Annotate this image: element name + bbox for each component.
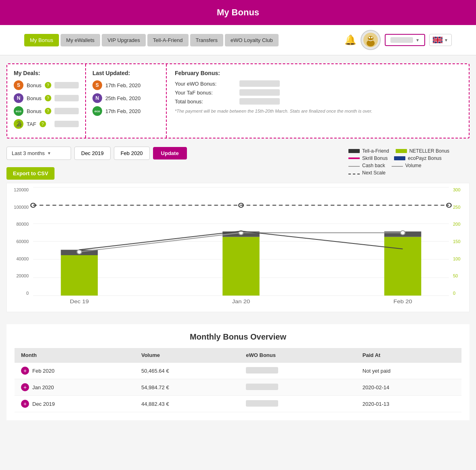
legend-label-ecopayz: ecoPayz Bonus bbox=[408, 155, 441, 161]
tab-vip-upgrades[interactable]: VIP Upgrades bbox=[102, 34, 146, 46]
tab-my-ewallets[interactable]: My eWallets bbox=[61, 34, 100, 46]
chart-container: 120000 100000 80000 60000 40000 20000 0 … bbox=[6, 183, 470, 312]
chart-legend: Tell-a-Friend NETELLER Bonus Skrill Bonu… bbox=[348, 147, 470, 176]
legend-label-nextscale: Next Scale bbox=[362, 170, 386, 176]
table-row: +Dec 201944,882.43 €2020-01-13 bbox=[15, 396, 461, 412]
chart-svg: Dec 19 Jan 20 Feb 20 bbox=[33, 187, 449, 296]
y-right-300: 300 bbox=[453, 187, 460, 192]
cell-ewo-bonus bbox=[239, 363, 356, 379]
deal-label-neteller: Bonus bbox=[27, 95, 42, 101]
deal-label-skrill: Bonus bbox=[27, 82, 42, 88]
updated-neteller-date: 25th Feb, 2020 bbox=[105, 95, 140, 101]
legend-swatch-neteller bbox=[396, 149, 407, 153]
my-deals-panel: My Deals: S Bonus ? N Bonus ? eco Bonus … bbox=[7, 64, 86, 138]
bell-icon[interactable]: 🔔 bbox=[344, 34, 356, 46]
feb-total-value bbox=[239, 98, 280, 105]
legend-swatch-nextscale bbox=[348, 174, 360, 174]
legend-label-cashback: Cash back bbox=[362, 163, 385, 168]
language-selector[interactable]: ▼ bbox=[429, 34, 452, 46]
period-select[interactable]: Last 3 months ▼ bbox=[6, 147, 71, 160]
svg-point-3 bbox=[369, 37, 370, 38]
y-right-0: 0 bbox=[453, 291, 455, 296]
legend-cashback: Cash back bbox=[348, 163, 385, 168]
table-section: Monthly Bonus Overview Month Volume eWO … bbox=[6, 324, 470, 420]
legend-label-neteller: NETELLER Bonus bbox=[409, 148, 449, 154]
last-updated-title: Last Updated: bbox=[92, 70, 159, 76]
y-left-0: 0 bbox=[26, 291, 29, 296]
ewo-bonus-value bbox=[246, 384, 278, 390]
monthly-bonus-table: Month Volume eWO Bonus Paid At +Feb 2020… bbox=[15, 348, 461, 412]
bar-dec19 bbox=[61, 255, 98, 296]
tab-tell-a-friend[interactable]: Tell-A-Friend bbox=[147, 34, 189, 46]
nav-bar: My Bonus My eWallets VIP Upgrades Tell-A… bbox=[0, 25, 476, 55]
volume-dot-dec bbox=[77, 250, 82, 254]
avatar bbox=[361, 30, 381, 50]
legend-swatch-taf bbox=[348, 149, 360, 153]
feb-total-row: Total bonus: bbox=[175, 98, 461, 105]
y-left-20000: 20000 bbox=[16, 273, 29, 278]
svg-point-4 bbox=[371, 37, 373, 38]
y-left-120000: 120000 bbox=[14, 187, 29, 192]
deal-value-neteller bbox=[55, 95, 79, 101]
tab-ewo-loyalty[interactable]: eWO Loyalty Club bbox=[225, 34, 279, 46]
chevron-down-icon: ▼ bbox=[415, 38, 419, 42]
deal-row-skrill: S Bonus ? bbox=[14, 80, 79, 90]
legend-swatch-ecopayz bbox=[394, 156, 405, 160]
x-label-jan20: Jan 20 bbox=[232, 298, 250, 304]
legend-row-1: Tell-a-Friend NETELLER Bonus bbox=[348, 148, 470, 154]
deal-help-taf[interactable]: ? bbox=[40, 121, 46, 127]
deal-row-neteller: N Bonus ? bbox=[14, 93, 79, 103]
update-button[interactable]: Update bbox=[153, 147, 187, 159]
feb-ewo-row: Your eWO Bonus: bbox=[175, 80, 461, 87]
skrill-icon: S bbox=[14, 80, 23, 90]
y-right-50: 50 bbox=[453, 273, 458, 278]
chart-controls: Last 3 months ▼ Dec 2019 Feb 2020 Update… bbox=[6, 147, 470, 180]
updated-neteller-icon: N bbox=[92, 93, 102, 103]
legend-next-scale: Next Scale bbox=[348, 170, 386, 176]
updated-row-ecopayz: eco 17th Feb, 2020 bbox=[92, 106, 159, 116]
export-csv-button[interactable]: Export to CSV bbox=[6, 167, 55, 180]
row-expand-icon[interactable]: + bbox=[21, 367, 29, 375]
table-row: +Feb 202050,465.64 €Not yet paid bbox=[15, 363, 461, 379]
legend-label-skrill: Skrill Bonus bbox=[362, 155, 388, 161]
feb-note: *The payment will be made between the 15… bbox=[175, 109, 461, 113]
y-axis-right: 300 250 200 150 100 50 0 bbox=[451, 187, 469, 296]
deal-value-skrill bbox=[55, 82, 79, 88]
cell-month: +Feb 2020 bbox=[15, 363, 135, 379]
updated-skrill-date: 17th Feb, 2020 bbox=[105, 82, 140, 88]
neteller-icon: N bbox=[14, 93, 23, 103]
filter-row: Last 3 months ▼ Dec 2019 Feb 2020 Update bbox=[6, 147, 348, 160]
updated-ecopayz-date: 17th Feb, 2020 bbox=[105, 108, 140, 114]
main-content: My Deals: S Bonus ? N Bonus ? eco Bonus … bbox=[0, 55, 476, 428]
taf-icon: 🐊 bbox=[14, 119, 23, 129]
y-axis-left: 120000 100000 80000 60000 40000 20000 0 bbox=[7, 187, 31, 296]
ecopayz-icon: eco bbox=[14, 106, 23, 116]
deal-help-ecopayz[interactable]: ? bbox=[45, 108, 51, 114]
legend-skrill-bonus: Skrill Bonus bbox=[348, 155, 388, 161]
user-dropdown[interactable]: ▼ bbox=[385, 34, 425, 46]
y-right-100: 100 bbox=[453, 256, 460, 261]
legend-neteller-bonus: NETELLER Bonus bbox=[396, 148, 449, 154]
cell-paid-at: Not yet paid bbox=[356, 363, 461, 379]
period-label: Last 3 months bbox=[12, 150, 45, 156]
date-to-button[interactable]: Feb 2020 bbox=[114, 147, 150, 160]
deal-value-ecopayz bbox=[55, 108, 79, 114]
deal-row-taf: 🐊 TAF ? bbox=[14, 119, 79, 129]
tab-my-bonus[interactable]: My Bonus bbox=[24, 34, 59, 46]
legend-swatch-volume bbox=[392, 166, 403, 167]
deal-help-skrill[interactable]: ? bbox=[45, 82, 51, 88]
row-expand-icon[interactable]: + bbox=[21, 400, 29, 408]
row-expand-icon[interactable]: + bbox=[21, 383, 29, 391]
x-label-dec19: Dec 19 bbox=[70, 298, 89, 304]
deal-label-taf: TAF bbox=[27, 121, 36, 127]
date-from-button[interactable]: Dec 2019 bbox=[74, 147, 111, 160]
legend-row-4: Next Scale bbox=[348, 170, 470, 176]
tab-transfers[interactable]: Transfers bbox=[190, 34, 223, 46]
deal-help-neteller[interactable]: ? bbox=[45, 95, 51, 101]
updated-row-skrill: S 17th Feb, 2020 bbox=[92, 80, 159, 90]
uk-flag-icon bbox=[433, 37, 442, 43]
legend-label-volume: Volume bbox=[405, 163, 421, 168]
feb-taf-label: Your TaF bonus: bbox=[175, 90, 239, 96]
col-paid-at: Paid At bbox=[356, 348, 461, 363]
col-ewo-bonus: eWO Bonus bbox=[239, 348, 356, 363]
